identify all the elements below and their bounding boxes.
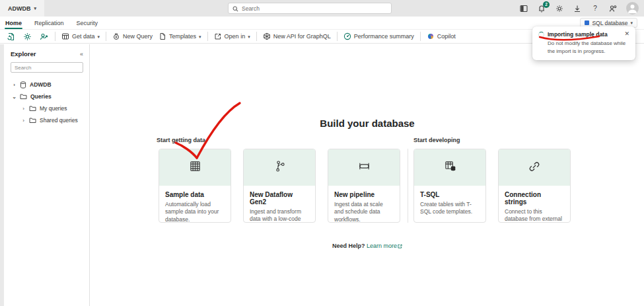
section-divider: [408, 149, 408, 223]
tab-home[interactable]: Home: [5, 19, 22, 28]
collapse-panel-icon[interactable]: «: [80, 51, 83, 57]
sql-database-icon: [585, 20, 589, 25]
card-description: Ingest and transform data with a low-cod…: [250, 208, 309, 223]
explorer-search[interactable]: [11, 62, 83, 73]
close-icon[interactable]: ✕: [622, 31, 629, 37]
card-title: Sample data: [165, 191, 225, 198]
toolbar-divider: [420, 32, 421, 41]
help-icon[interactable]: ?: [590, 4, 600, 13]
open-in-button[interactable]: Open in ▾: [214, 32, 250, 40]
context-selector-label: SQL database: [592, 20, 627, 26]
toolbar-divider: [106, 32, 106, 41]
section-label-start-getting-data: Start getting data: [157, 137, 205, 143]
tree-item-my-queries[interactable]: › My queries: [4, 102, 89, 114]
progress-spinner-icon: [538, 32, 544, 38]
tree-item-queries[interactable]: ⌄ Queries: [4, 91, 89, 102]
share-icon[interactable]: [38, 31, 49, 42]
card-new-dataflow-gen2[interactable]: New Dataflow Gen2 Ingest and transform d…: [243, 149, 316, 223]
toolbar-divider: [256, 32, 257, 41]
connection-link-icon: [528, 160, 541, 176]
table-grid-icon: [189, 160, 201, 175]
tree-item-shared-queries[interactable]: › Shared queries: [4, 114, 89, 126]
help-line: Need Help? Learn more: [90, 243, 644, 250]
chevron-right-icon[interactable]: ›: [21, 118, 26, 124]
avatar[interactable]: [626, 2, 639, 15]
dataflow-icon: [273, 160, 286, 175]
chevron-down-icon[interactable]: ⌄: [12, 94, 17, 100]
tab-replication[interactable]: Replication: [34, 19, 65, 28]
copilot-button[interactable]: Copilot: [427, 32, 456, 40]
chevron-down-icon: ▾: [630, 20, 633, 25]
folder-icon: [29, 105, 36, 112]
tab-security[interactable]: Security: [76, 19, 99, 28]
panel-toggle-icon[interactable]: [519, 4, 528, 13]
sql-database-app-window: ADWDB ▾ 2 ?: [0, 0, 644, 306]
chevron-down-icon: ▾: [199, 34, 201, 39]
new-query-button[interactable]: New Query: [112, 32, 153, 40]
chevron-right-icon[interactable]: ›: [21, 106, 26, 112]
toast-body: Do not modify the database while the imp…: [548, 40, 629, 55]
global-search-input[interactable]: [242, 5, 387, 12]
explorer-search-input[interactable]: [15, 65, 79, 71]
notification-count-badge: 2: [543, 1, 550, 8]
feedback-icon[interactable]: [608, 4, 618, 13]
card-t-sql[interactable]: T-SQL Create tables with T-SQL code temp…: [413, 149, 486, 223]
card-description: Automatically load sample data into your…: [165, 201, 225, 223]
tree-item-adwdb[interactable]: › ADWDB: [4, 79, 89, 91]
workspace-name: ADWDB: [8, 5, 31, 12]
need-help-label: Need Help?: [332, 243, 365, 249]
card-title: T-SQL: [420, 191, 480, 198]
external-link-icon: [398, 243, 402, 250]
toolbar-divider: [337, 32, 338, 41]
refresh-icon[interactable]: [5, 31, 16, 42]
explorer-title: Explorer: [11, 50, 36, 57]
page-title: Build your database: [90, 118, 644, 129]
get-data-button[interactable]: Get data ▾: [61, 32, 100, 40]
toolbar-divider: [207, 32, 208, 41]
card-connection-strings[interactable]: Connection strings Connect to this datab…: [498, 149, 571, 223]
main-content: Build your database Start getting data S…: [90, 44, 644, 306]
topbar-icon-group: 2 ?: [519, 0, 639, 17]
object-tree: › ADWDB ⌄ Queries › My queries: [4, 79, 89, 126]
chevron-down-icon: ▾: [98, 34, 100, 39]
card-title: New pipeline: [334, 191, 394, 198]
card-description: Ingest data at scale and schedule data w…: [334, 201, 394, 223]
search-icon: [233, 3, 238, 15]
toast-title: Importing sample data: [548, 31, 618, 38]
card-new-pipeline[interactable]: New pipeline Ingest data at scale and sc…: [328, 149, 400, 223]
chevron-down-icon: ▾: [248, 34, 250, 39]
notifications-bell-icon[interactable]: 2: [537, 4, 546, 13]
download-icon[interactable]: [573, 4, 582, 13]
card-description: Connect to this database from external t…: [505, 208, 564, 223]
new-api-for-graphql-button[interactable]: New API for GraphQL: [263, 32, 331, 40]
tsql-table-icon: [444, 160, 456, 175]
folder-icon: [20, 93, 27, 100]
toast-importing-sample-data: Importing sample data ✕ Do not modify th…: [532, 26, 635, 60]
settings-icon[interactable]: [22, 31, 32, 42]
card-title: New Dataflow Gen2: [250, 191, 309, 206]
toolbar-divider: [55, 32, 55, 41]
chevron-right-icon[interactable]: ›: [12, 82, 17, 88]
explorer-panel: Explorer « › ADWDB ⌄ Queries ›: [4, 44, 90, 306]
performance-summary-button[interactable]: Performance summary: [343, 32, 414, 40]
workspace-selector[interactable]: ADWDB ▾: [0, 0, 44, 17]
folder-icon: [29, 117, 36, 124]
chevron-down-icon: ▾: [34, 6, 37, 11]
section-label-start-developing: Start developing: [413, 137, 460, 143]
card-description: Create tables with T-SQL code templates.: [420, 201, 480, 216]
settings-gear-icon[interactable]: [555, 4, 564, 13]
database-icon: [20, 81, 26, 89]
card-sample-data[interactable]: Sample data Automatically load sample da…: [159, 149, 231, 223]
card-title: Connection strings: [505, 191, 564, 206]
templates-button[interactable]: Templates ▾: [159, 32, 201, 40]
global-search[interactable]: [228, 3, 392, 14]
learn-more-link[interactable]: Learn more: [367, 243, 402, 249]
pipeline-icon: [357, 160, 371, 175]
top-banner: ADWDB ▾ 2 ?: [0, 0, 644, 17]
